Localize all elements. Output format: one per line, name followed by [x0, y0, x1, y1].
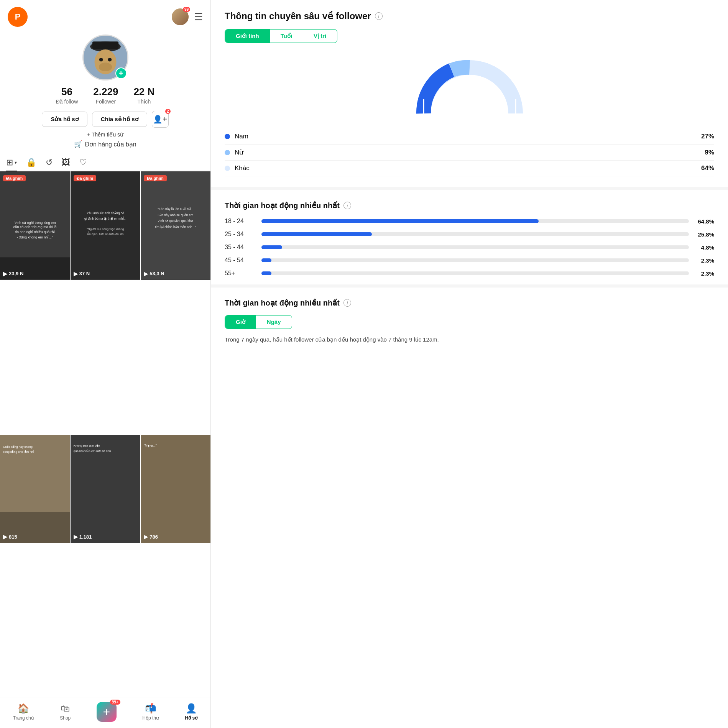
- svg-rect-2: [92, 41, 118, 49]
- svg-text:ổn định, bữa no bữa đói do: ổn định, bữa no bữa đói do: [87, 232, 124, 236]
- video-bg-0: "Anh cứ nghĩ trong lòng em vẫn có anh "n…: [0, 171, 70, 280]
- legend-dot-nam: [225, 134, 230, 139]
- svg-text:Anh sẽ quavive qua khứ: Anh sẽ quavive qua khứ: [158, 219, 193, 223]
- follower-info-icon[interactable]: i: [375, 12, 383, 20]
- svg-text:Yêu anh lúc anh chẳng có: Yêu anh lúc anh chẳng có: [87, 211, 124, 215]
- video-thumb-1[interactable]: Yêu anh lúc anh chẳng có gì đinh bù na t…: [71, 171, 140, 280]
- tab-repost[interactable]: ↺: [46, 154, 53, 171]
- svg-point-6: [99, 62, 112, 71]
- play-icon-5: ▶: [144, 534, 148, 540]
- nav-inbox[interactable]: 📬 Hộp thư: [142, 703, 159, 721]
- add-bio-link[interactable]: + Thêm tiểu sử: [87, 131, 123, 138]
- order-link[interactable]: 🛒 Đơn hàng của bạn: [74, 140, 136, 148]
- filter-tab-gender[interactable]: Giới tính: [225, 30, 270, 43]
- age-bar-3: [261, 258, 271, 262]
- age-info-icon[interactable]: i: [343, 202, 351, 209]
- age-section-title-text: Thời gian hoạt động nhiều nhất: [225, 201, 340, 210]
- filter-tabs: Giới tính Tuổi Vị trí: [225, 29, 337, 43]
- tab-grid[interactable]: ⊞ ▾: [6, 154, 17, 171]
- nav-plus-badge: 99+: [110, 700, 120, 705]
- age-pct-2: 4.8%: [695, 244, 714, 251]
- stat-likes-label: Thích: [133, 99, 154, 105]
- active-tab-hour[interactable]: Giờ: [225, 316, 256, 329]
- play-icon-3: ▶: [3, 534, 7, 540]
- video-thumb-3[interactable]: Cuộc sống này không công bằng cho lắm nh…: [0, 435, 70, 543]
- age-label-0: 18 - 24: [225, 218, 255, 225]
- stats-row: 56 Đã follow 2.229 Follower 22 N Thích: [56, 86, 155, 105]
- donut-chart-container: [225, 52, 714, 121]
- follower-info-title-text: Thông tin chuyên sâu về follower: [225, 11, 371, 21]
- video-overlay-2: Đã ghim: [141, 171, 210, 184]
- svg-text:Cuộc sống này không: Cuộc sống này không: [3, 445, 33, 448]
- stat-follower-label: Follower: [93, 99, 118, 105]
- content-tabs: ⊞ ▾ 🔒 ↺ 🖼 ♡: [0, 154, 210, 171]
- active-time-info-icon[interactable]: i: [343, 299, 351, 307]
- app-logo: P: [8, 7, 28, 27]
- video-thumb-5[interactable]: "Mẹ ei..." ▶ 786: [141, 435, 210, 543]
- order-link-text: Đơn hàng của bạn: [85, 141, 136, 148]
- play-icon-1: ▶: [74, 271, 78, 277]
- nav-shop[interactable]: 🛍 Shop: [60, 703, 71, 721]
- tab-tagged[interactable]: 🖼: [62, 154, 70, 171]
- svg-text:Lần này anh sẽ quên em: Lần này anh sẽ quên em: [158, 213, 194, 217]
- video-views-5: ▶ 786: [144, 534, 158, 540]
- play-icon-2: ▶: [144, 271, 148, 277]
- video-thumb-0[interactable]: "Anh cứ nghĩ trong lòng em vẫn có anh "n…: [0, 171, 70, 280]
- svg-text:Không bàn tâm đến: Không bàn tâm đến: [74, 444, 100, 447]
- stat-likes: 22 N Thích: [133, 86, 154, 105]
- svg-text:do anh nghĩ nhiều quá rồi: do anh nghĩ nhiều quá rồi: [15, 230, 55, 234]
- edit-profile-btn[interactable]: Sửa hồ sơ: [42, 112, 87, 127]
- views-1: 37 N: [79, 271, 90, 276]
- active-tab-day[interactable]: Ngày: [256, 316, 292, 329]
- profile-links: + Thêm tiểu sử 🛒 Đơn hàng của bạn: [74, 131, 136, 148]
- gender-legend: Nam 27% Nữ 9% Khác 64%: [225, 129, 714, 176]
- svg-text:quá khứ của em nữa tệ den: quá khứ của em nữa tệ den: [74, 449, 111, 452]
- nav-profile-label: Hồ sơ: [185, 715, 198, 721]
- age-section-title: Thời gian hoạt động nhiều nhất i: [225, 201, 714, 210]
- views-0: 23,9 N: [9, 271, 23, 276]
- age-pct-4: 2.3%: [695, 270, 714, 277]
- nav-plus[interactable]: 99+: [97, 702, 117, 722]
- age-label-3: 45 - 54: [225, 257, 255, 264]
- follow-add-badge: 2: [165, 109, 171, 114]
- age-label-2: 35 - 44: [225, 244, 255, 251]
- shop-icon: 🛍: [61, 703, 70, 714]
- ghim-badge-2: Đã ghim: [144, 175, 166, 181]
- menu-icon[interactable]: ☰: [194, 11, 203, 23]
- legend-label-nu: Nữ: [235, 148, 243, 156]
- svg-point-4: [99, 58, 103, 62]
- active-time-title-text: Thời gian hoạt động nhiều nhất: [225, 298, 340, 307]
- plus-btn[interactable]: [97, 702, 117, 722]
- svg-text:công bằng cho lắm nhỉ: công bằng cho lắm nhỉ: [3, 450, 34, 454]
- svg-text:"Mẹ ei...": "Mẹ ei...": [144, 444, 157, 447]
- svg-text:gì đinh bù na tệ thật em nhỉ..: gì đinh bù na tệ thật em nhỉ...: [84, 217, 127, 220]
- tab-lock[interactable]: 🔒: [26, 154, 36, 171]
- add-profile-btn[interactable]: +: [115, 67, 127, 79]
- profile-section: + 56 Đã follow 2.229 Follower 22 N Thích…: [0, 31, 210, 148]
- stat-follower: 2.229 Follower: [93, 86, 118, 105]
- nav-profile[interactable]: 👤 Hồ sơ: [185, 703, 198, 721]
- filter-tab-location[interactable]: Vị trí: [303, 30, 337, 43]
- video-grid: "Anh cứ nghĩ trong lòng em vẫn có anh "n…: [0, 171, 210, 697]
- nav-home[interactable]: 🏠 Trang chủ: [13, 703, 34, 721]
- legend-row-nam: Nam 27%: [225, 129, 714, 145]
- filter-tab-age[interactable]: Tuổi: [270, 30, 303, 43]
- video-bg-2: "Lần này là lần cuối rồi... Lần này anh …: [141, 171, 210, 280]
- video-thumb-4[interactable]: Không bàn tâm đến quá khứ của em nữa tệ …: [71, 435, 140, 543]
- views-2: 53,3 N: [150, 271, 164, 276]
- legend-pct-khac: 64%: [701, 164, 714, 172]
- nav-shop-label: Shop: [60, 715, 71, 721]
- video-bg-3: Cuộc sống này không công bằng cho lắm nh…: [0, 435, 70, 543]
- play-icon-4: ▶: [74, 534, 78, 540]
- follow-add-btn[interactable]: 👤+ 2: [152, 111, 169, 128]
- action-buttons: Sửa hồ sơ Chia sẻ hồ sơ 👤+ 2: [42, 111, 168, 128]
- avatar-badge: 99: [183, 7, 190, 12]
- svg-rect-13: [71, 171, 140, 280]
- tab-liked[interactable]: ♡: [79, 154, 87, 171]
- ghim-badge-1: Đã ghim: [74, 175, 96, 181]
- age-pct-0: 64.8%: [695, 218, 714, 225]
- share-profile-btn[interactable]: Chia sẻ hồ sơ: [92, 112, 147, 127]
- video-thumb-2[interactable]: "Lần này là lần cuối rồi... Lần này anh …: [141, 171, 210, 280]
- section-divider-1: [211, 187, 728, 190]
- age-row-0: 18 - 24 64.8%: [225, 218, 714, 225]
